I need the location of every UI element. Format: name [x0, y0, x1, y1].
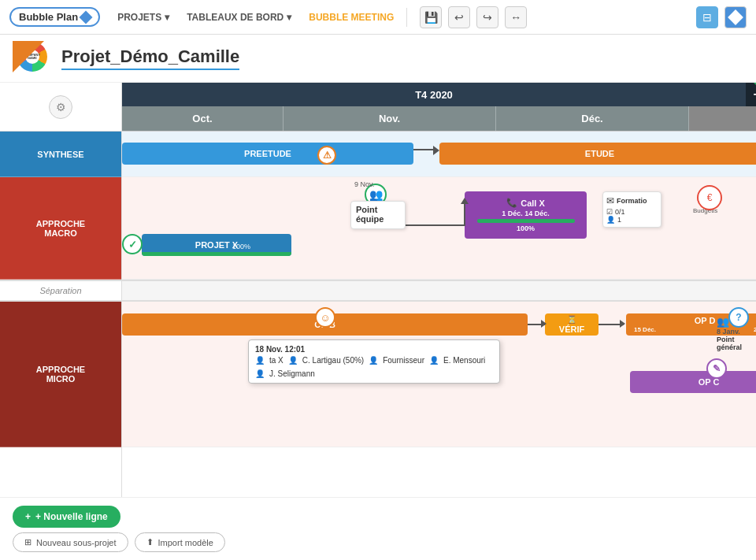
diamond-button[interactable] — [724, 6, 747, 28]
row-label-synthese: SYNTHESE — [0, 132, 121, 177]
chevron-down-icon: ▾ — [287, 12, 291, 23]
redo-button[interactable]: ↪ — [476, 6, 498, 28]
arrow-up-icon — [461, 198, 469, 204]
nav-projets[interactable]: PROJETS ▾ — [117, 12, 169, 23]
question-bubble[interactable]: ? — [728, 307, 749, 328]
arrows-button[interactable]: ↔ — [505, 6, 527, 28]
chevron-down-icon: ▾ — [165, 12, 169, 23]
person-icon3: 👤 — [369, 356, 378, 365]
person-icon2: 👤 — [288, 356, 298, 365]
meeting-date: 9 Nov. — [354, 180, 374, 188]
edit-bubble[interactable]: ✎ — [706, 358, 727, 379]
quarter-label: T4 2020 — [122, 83, 746, 106]
task-card-point-equipe[interactable]: Point équipe — [350, 201, 406, 229]
progress-bar — [142, 252, 291, 256]
month-dec: Déc. — [496, 106, 689, 131]
table-icon: ⊞ — [24, 537, 32, 547]
formation-card[interactable]: ✉ Formatio ☑ 0/1 👤 1 — [602, 191, 662, 228]
secondary-buttons: ⊞ Nouveau sous-projet ⬆ Import modèle — [13, 532, 743, 552]
gantt-content: T4 2020 − Oct. Nov. Déc. — [122, 83, 756, 447]
bar-op-c[interactable]: OP C — [630, 371, 756, 393]
month-oct: Oct. — [122, 106, 284, 131]
logo[interactable]: Bubble Plan — [9, 7, 100, 27]
formation-header: ✉ Formatio — [606, 195, 658, 206]
month-nov: Nov. — [284, 106, 496, 131]
gantt-row-approche-macro: 👥 9 Nov. Point équipe ✓ PROJET — [122, 177, 756, 280]
plus-icon: + — [25, 511, 31, 522]
orange-corner-decoration — [13, 41, 44, 72]
import-model-button[interactable]: ⬆ Import modèle — [135, 532, 225, 552]
nav-bubble-meeting[interactable]: BUBBLE MEETING — [309, 12, 394, 23]
bar-call-x[interactable]: 📞 Call X 1 Déc. 14 Déc. 100% — [465, 191, 587, 239]
main-content: COMPANYNAME Projet_Démo_Camille ⚙ SYNTHE… — [0, 35, 756, 560]
undo-button[interactable]: ↩ — [448, 6, 470, 28]
project-header: COMPANYNAME Projet_Démo_Camille — [0, 35, 756, 83]
month-jan — [689, 106, 756, 131]
person-icon: 👤 — [606, 216, 615, 224]
gantt-container: ⚙ SYNTHESE APPROCHE MACRO Séparation APP… — [0, 83, 756, 497]
import-icon: ⬆ — [146, 537, 154, 547]
nav-separator — [406, 8, 407, 27]
gantt-row-approche-micro: ☺ OP B 18 Nov. 12:01 👤 — [122, 302, 756, 447]
arrow-right-icon-3 — [620, 320, 625, 328]
bottom-buttons: + + Nouvelle ligne ⊞ Nouveau sous-projet… — [0, 497, 756, 560]
gantt-area: ⚙ SYNTHESE APPROCHE MACRO Séparation APP… — [0, 83, 756, 497]
formation-label: Formatio — [617, 197, 647, 205]
tooltip-date: 18 Nov. 12:01 — [255, 345, 493, 354]
gantt-header-spacer: ⚙ — [0, 83, 121, 132]
bar-verif[interactable]: ⏳ VÉRIF — [545, 313, 598, 336]
arrow-right-icon-2 — [541, 320, 547, 328]
left-labels: ⚙ SYNTHESE APPROCHE MACRO Séparation APP… — [0, 83, 122, 497]
tooltip-people: 👤 ta X 👤 C. Lartigau (50%) 👤 Fournisseur… — [255, 356, 493, 378]
save-button[interactable]: 💾 — [420, 6, 442, 28]
connector-h — [406, 224, 465, 226]
top-navbar: Bubble Plan PROJETS ▾ TABLEAUX DE BORD ▾… — [0, 0, 756, 35]
project-title: Projet_Démo_Camille — [61, 46, 239, 70]
projet-x-progress: 100% — [232, 243, 250, 250]
op-b-tooltip: 18 Nov. 12:01 👤 ta X 👤 C. Lartigau (50%)… — [248, 339, 500, 384]
new-line-button[interactable]: + + Nouvelle ligne — [13, 506, 120, 528]
group-icon: 👥 — [717, 316, 729, 328]
mail-icon: ✉ — [606, 195, 614, 206]
smiley-bubble[interactable]: ☺ — [315, 307, 335, 328]
point-general-text: Pointgénéral — [717, 336, 756, 351]
call-icon-group: 📞 Call X — [506, 198, 545, 208]
logo-diamond-icon — [80, 10, 93, 24]
gear-button[interactable]: ⚙ — [49, 95, 72, 119]
point-general-date: 8 Janv. — [717, 328, 756, 336]
timeline-months: Oct. Nov. Déc. — [122, 106, 756, 132]
bar-projet-x[interactable]: PROJET X — [142, 234, 291, 256]
arrow-right-icon — [433, 146, 439, 155]
logo-text: Bubble Plan — [19, 11, 78, 23]
check-bubble[interactable]: ✓ — [122, 234, 143, 254]
person-icon5: 👤 — [255, 369, 265, 378]
warning-bubble[interactable]: ⚠ — [317, 146, 336, 165]
nav-tableaux[interactable]: TABLEAUX DE BORD ▾ — [187, 12, 291, 23]
row-label-separation: Séparation — [0, 280, 121, 302]
person-icon4: 👤 — [429, 356, 439, 365]
call-x-progress — [477, 219, 575, 223]
person-icon: 👤 — [255, 356, 265, 365]
gantt-right[interactable]: T4 2020 − Oct. Nov. Déc. — [122, 83, 756, 497]
phone-icon: 📞 — [506, 198, 517, 208]
gantt-row-synthese: ⚠ PREETUDE ETUDE — [122, 132, 756, 177]
verif-content: ⏳ VÉRIF — [559, 315, 584, 334]
formation-person: 👤 1 — [606, 216, 658, 224]
view-toggle-button[interactable]: ⊟ — [696, 6, 718, 28]
call-x-pct: 100% — [517, 224, 535, 232]
row-label-approche-macro: APPROCHE MACRO — [0, 177, 121, 280]
call-x-dates: 1 Déc. 14 Déc. — [502, 210, 550, 217]
formation-check: ☑ 0/1 — [606, 208, 658, 216]
bar-etude[interactable]: ETUDE — [439, 143, 756, 165]
bar-preetude[interactable]: PREETUDE — [122, 143, 413, 165]
timeline-quarter: T4 2020 − — [122, 83, 756, 106]
new-subproject-button[interactable]: ⊞ Nouveau sous-projet — [13, 532, 128, 552]
row-label-approche-micro: APPROCHE MICRO — [0, 302, 121, 447]
checkbox-icon: ☑ — [606, 208, 613, 216]
diamond-icon — [728, 9, 743, 25]
hourglass-icon: ⏳ — [567, 315, 576, 324]
gantt-row-sep — [122, 280, 756, 302]
budget-badge[interactable]: € — [697, 185, 722, 210]
